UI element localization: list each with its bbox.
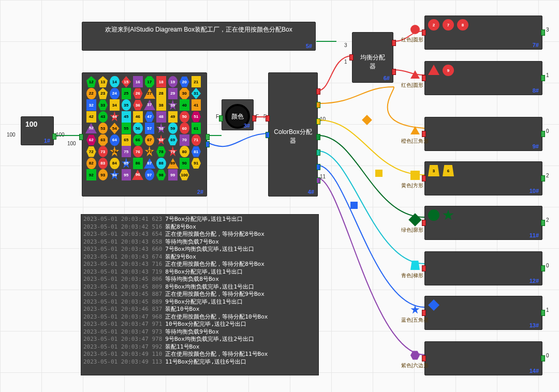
output-node[interactable]: 11# (424, 206, 542, 240)
banner-id: 5# (306, 43, 312, 49)
output-out-port[interactable] (541, 265, 545, 272)
shape-cell: 48 (155, 111, 167, 123)
output-node[interactable]: 9# (424, 117, 542, 151)
shape-cell: 81 (190, 146, 202, 158)
shape-cell: 14 (109, 76, 121, 88)
shape-cell: 35 (121, 99, 133, 111)
shape-cell: 71 (190, 134, 202, 146)
shape-cell: 45 (121, 111, 133, 123)
output-in-port[interactable] (422, 265, 426, 272)
output-marker-label: 青色|梯形 (401, 272, 423, 279)
log-row: 2023-05-01 20:03:45 8098号Box均衡负载完毕,送往1号出… (83, 283, 316, 291)
output-marker-label: 红色|圆形 (401, 82, 423, 89)
output-in-port[interactable] (422, 175, 426, 182)
shape-cell: 77 (144, 146, 156, 158)
balancer-out-1[interactable] (392, 40, 396, 46)
output-in-port[interactable] (422, 75, 426, 81)
output-marker (410, 171, 418, 178)
output-in-port[interactable] (422, 29, 426, 36)
shape-cell: 73 (97, 146, 109, 158)
distributor-count-11: 11 (320, 174, 326, 179)
distributor-out-blue[interactable] (316, 164, 320, 170)
balancer-title: 均衡分配器 (352, 50, 393, 74)
shape-cell: 39 (167, 99, 179, 111)
shape-cell: 30 (179, 88, 190, 100)
output-marker-label: 橙色|三角形 (401, 138, 429, 145)
shape-cell: 65 (121, 134, 133, 146)
output-node[interactable]: 13# (424, 296, 542, 330)
marker-blue-square (350, 202, 358, 209)
shape-cell: 34 (109, 99, 121, 111)
shape-cell: 19 (167, 76, 179, 88)
factory-id: 2# (197, 189, 203, 195)
shape-cell: 79 (167, 146, 179, 158)
balancer-out-2[interactable] (392, 69, 396, 75)
output-out-port[interactable] (541, 355, 545, 361)
factory-node[interactable]: 1213141516171819202122232425262728293031… (82, 72, 207, 197)
distributor-out-yellow[interactable] (316, 118, 320, 125)
output-in-port[interactable] (422, 131, 426, 137)
shape-cell: 94 (109, 169, 121, 181)
distributor-node[interactable]: ColorBox分配器 4# (268, 72, 318, 197)
log-row: 2023-05-01 20:03:46 837装配10号Box (83, 306, 316, 313)
output-marker (410, 351, 418, 358)
source-node[interactable]: 100 1# (21, 116, 54, 145)
log-row: 2023-05-01 20:03:47 9789号Box均衡负载完毕,送往2号出… (83, 336, 316, 343)
shape-cell: 96 (132, 169, 144, 181)
shape-cell: 60 (179, 123, 190, 134)
distributor-out-purple[interactable] (316, 177, 320, 184)
factory-in-port[interactable] (79, 134, 83, 140)
output-in-port[interactable] (422, 355, 426, 361)
source-out-port[interactable] (52, 133, 56, 140)
shape-cell: 27 (144, 88, 156, 100)
source-value: 100 (21, 117, 53, 131)
banner-text: 欢迎来到AIStudio Diagream Box装配工厂，正在使用按颜色分配B… (82, 22, 315, 37)
output-node[interactable]: 14# (424, 341, 542, 375)
output-marker-label: 绿色|廓形 (401, 227, 423, 234)
shape-cell: 33 (97, 99, 109, 111)
shape-cell: 36 (132, 99, 144, 111)
banner-node[interactable]: 欢迎来到AIStudio Diagream Box装配工厂，正在使用按颜色分配B… (82, 22, 316, 51)
distributor-in-2[interactable] (266, 132, 270, 138)
color-node[interactable]: 颜色 3# (222, 99, 254, 130)
log-row: 2023-05-01 20:03:43 7198号Box分配完毕,送往1号出口 (83, 268, 316, 276)
distributor-in-1[interactable] (266, 115, 270, 122)
output-node[interactable]: 2787# (424, 16, 542, 50)
balancer-in-top: 3 (344, 42, 347, 48)
factory-out-port-1[interactable] (205, 134, 210, 140)
shape-cell: 17 (144, 76, 156, 88)
shape-cell: 75 (121, 146, 133, 158)
output-node[interactable]: 98# (424, 61, 542, 95)
balancer-node[interactable]: 均衡分配器 6# (352, 32, 393, 83)
shape-cell: 66 (132, 134, 144, 146)
output-out-port[interactable] (541, 175, 545, 182)
shape-cell: 98 (155, 169, 167, 181)
color-node-in[interactable] (219, 115, 223, 122)
balancer-in[interactable] (349, 54, 354, 61)
distributor-out-orange[interactable] (316, 102, 320, 108)
output-in-port[interactable] (422, 310, 426, 316)
output-right-count: 1 (546, 72, 549, 78)
color-node-out[interactable] (252, 115, 256, 122)
shape-cell: 90 (179, 158, 190, 170)
shape-cell: 56 (132, 123, 144, 134)
shape-cell: 47 (144, 111, 156, 123)
shape-cell: 82 (85, 158, 97, 170)
output-in-port[interactable] (422, 220, 426, 226)
distributor-out-red[interactable] (316, 88, 320, 95)
output-marker-label: 黄色|方形 (401, 182, 423, 189)
output-out-port[interactable] (541, 75, 545, 81)
distributor-out-cyan[interactable] (316, 149, 320, 156)
factory-out-port-2[interactable] (205, 141, 210, 147)
output-out-port[interactable] (541, 29, 545, 36)
shape-cell: 84 (109, 158, 121, 170)
output-out-port[interactable] (541, 131, 545, 137)
output-out-port[interactable] (541, 310, 545, 316)
shape-cell: 29 (167, 88, 179, 100)
output-node[interactable]: 3610# (424, 161, 542, 195)
distributor-out-green[interactable] (316, 134, 320, 140)
output-out-port[interactable] (541, 220, 545, 226)
shape-cell: 76 (132, 146, 144, 158)
output-node[interactable]: 12# (424, 251, 542, 285)
output-id: 12# (529, 278, 539, 284)
